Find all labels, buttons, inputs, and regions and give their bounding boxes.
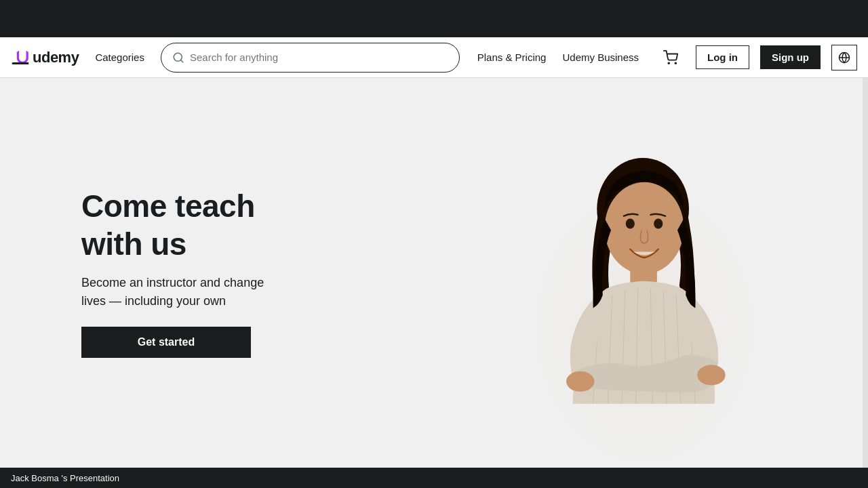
search-bar <box>161 43 460 73</box>
get-started-button[interactable]: Get started <box>81 327 251 358</box>
signup-button[interactable]: Sign up <box>760 45 821 69</box>
instructor-illustration <box>475 136 814 468</box>
svg-point-3 <box>668 62 669 64</box>
svg-point-10 <box>605 182 684 274</box>
navbar: udemy Categories Plans & Pricing Udemy B… <box>0 37 868 78</box>
logo-text: udemy <box>33 49 79 66</box>
svg-point-12 <box>654 219 663 229</box>
login-button[interactable]: Log in <box>696 45 749 69</box>
svg-point-21 <box>566 371 594 392</box>
presentation-bar: Jack Bosma 's Presentation <box>0 468 868 488</box>
globe-icon <box>838 52 850 64</box>
svg-point-22 <box>697 365 725 385</box>
categories-button[interactable]: Categories <box>90 49 150 66</box>
search-input[interactable] <box>190 52 448 63</box>
udemy-logo-icon <box>11 48 30 67</box>
svg-rect-0 <box>12 62 29 64</box>
svg-point-4 <box>675 62 676 64</box>
svg-line-2 <box>180 60 182 62</box>
scrollbar[interactable] <box>863 37 868 468</box>
cart-button[interactable] <box>656 47 685 68</box>
nav-links: Plans & Pricing Udemy Business <box>471 49 646 66</box>
udemy-business-link[interactable]: Udemy Business <box>555 49 646 66</box>
hero-content: Come teach with us Become an instructor … <box>0 188 264 357</box>
presentation-text: Jack Bosma 's Presentation <box>11 473 119 483</box>
hero-image-area <box>461 78 868 468</box>
cart-icon <box>663 50 678 65</box>
hero-title: Come teach with us <box>81 188 264 262</box>
hero-section: Come teach with us Become an instructor … <box>0 78 868 468</box>
top-dark-bar <box>0 0 868 37</box>
logo-link[interactable]: udemy <box>11 48 79 67</box>
language-selector-button[interactable] <box>831 45 857 70</box>
search-icon <box>172 52 184 64</box>
hero-subtitle: Become an instructor and change lives — … <box>81 274 264 310</box>
plans-pricing-link[interactable]: Plans & Pricing <box>471 49 553 66</box>
svg-point-11 <box>626 219 635 229</box>
